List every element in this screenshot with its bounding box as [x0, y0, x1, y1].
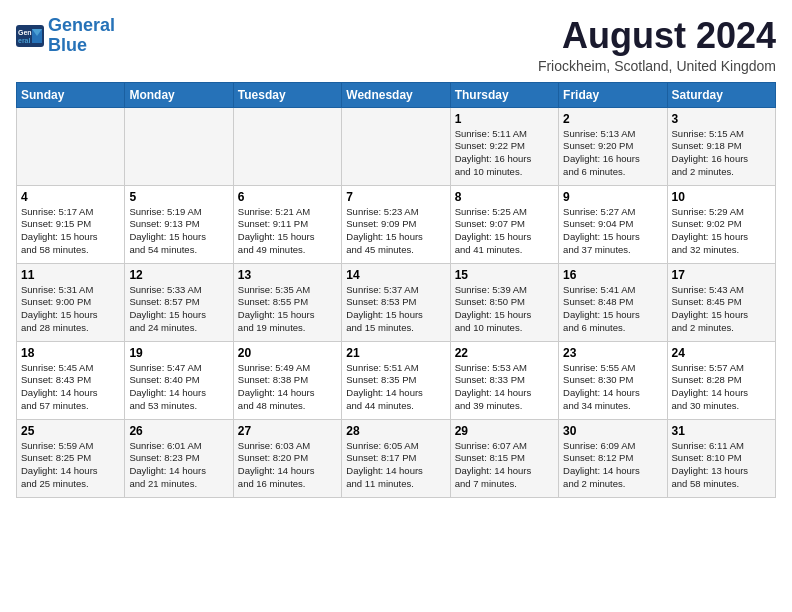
calendar-cell: 13Sunrise: 5:35 AM Sunset: 8:55 PM Dayli… [233, 263, 341, 341]
calendar-cell: 30Sunrise: 6:09 AM Sunset: 8:12 PM Dayli… [559, 419, 667, 497]
calendar-cell: 12Sunrise: 5:33 AM Sunset: 8:57 PM Dayli… [125, 263, 233, 341]
calendar-cell: 4Sunrise: 5:17 AM Sunset: 9:15 PM Daylig… [17, 185, 125, 263]
title-block: August 2024 Friockheim, Scotland, United… [538, 16, 776, 74]
day-number: 8 [455, 190, 554, 204]
calendar-week-2: 4Sunrise: 5:17 AM Sunset: 9:15 PM Daylig… [17, 185, 776, 263]
day-info: Sunrise: 5:49 AM Sunset: 8:38 PM Dayligh… [238, 362, 337, 413]
logo: Gen eral GeneralBlue [16, 16, 115, 56]
calendar-cell: 10Sunrise: 5:29 AM Sunset: 9:02 PM Dayli… [667, 185, 775, 263]
day-info: Sunrise: 6:07 AM Sunset: 8:15 PM Dayligh… [455, 440, 554, 491]
weekday-header-thursday: Thursday [450, 82, 558, 107]
calendar-cell: 24Sunrise: 5:57 AM Sunset: 8:28 PM Dayli… [667, 341, 775, 419]
calendar-cell: 15Sunrise: 5:39 AM Sunset: 8:50 PM Dayli… [450, 263, 558, 341]
day-info: Sunrise: 5:39 AM Sunset: 8:50 PM Dayligh… [455, 284, 554, 335]
calendar-cell: 23Sunrise: 5:55 AM Sunset: 8:30 PM Dayli… [559, 341, 667, 419]
day-number: 18 [21, 346, 120, 360]
day-number: 21 [346, 346, 445, 360]
calendar-cell: 22Sunrise: 5:53 AM Sunset: 8:33 PM Dayli… [450, 341, 558, 419]
day-number: 7 [346, 190, 445, 204]
calendar-cell [125, 107, 233, 185]
day-number: 4 [21, 190, 120, 204]
weekday-header-tuesday: Tuesday [233, 82, 341, 107]
calendar-cell: 26Sunrise: 6:01 AM Sunset: 8:23 PM Dayli… [125, 419, 233, 497]
calendar-cell [233, 107, 341, 185]
day-info: Sunrise: 6:11 AM Sunset: 8:10 PM Dayligh… [672, 440, 771, 491]
day-number: 31 [672, 424, 771, 438]
day-number: 1 [455, 112, 554, 126]
calendar-cell: 19Sunrise: 5:47 AM Sunset: 8:40 PM Dayli… [125, 341, 233, 419]
logo-icon: Gen eral [16, 25, 44, 47]
day-info: Sunrise: 5:51 AM Sunset: 8:35 PM Dayligh… [346, 362, 445, 413]
day-info: Sunrise: 5:21 AM Sunset: 9:11 PM Dayligh… [238, 206, 337, 257]
day-info: Sunrise: 5:13 AM Sunset: 9:20 PM Dayligh… [563, 128, 662, 179]
calendar-cell: 20Sunrise: 5:49 AM Sunset: 8:38 PM Dayli… [233, 341, 341, 419]
weekday-header-saturday: Saturday [667, 82, 775, 107]
day-info: Sunrise: 5:31 AM Sunset: 9:00 PM Dayligh… [21, 284, 120, 335]
calendar-cell: 21Sunrise: 5:51 AM Sunset: 8:35 PM Dayli… [342, 341, 450, 419]
day-info: Sunrise: 5:53 AM Sunset: 8:33 PM Dayligh… [455, 362, 554, 413]
day-info: Sunrise: 5:17 AM Sunset: 9:15 PM Dayligh… [21, 206, 120, 257]
calendar-cell: 11Sunrise: 5:31 AM Sunset: 9:00 PM Dayli… [17, 263, 125, 341]
calendar-cell: 8Sunrise: 5:25 AM Sunset: 9:07 PM Daylig… [450, 185, 558, 263]
calendar-cell: 3Sunrise: 5:15 AM Sunset: 9:18 PM Daylig… [667, 107, 775, 185]
day-info: Sunrise: 5:43 AM Sunset: 8:45 PM Dayligh… [672, 284, 771, 335]
calendar-week-4: 18Sunrise: 5:45 AM Sunset: 8:43 PM Dayli… [17, 341, 776, 419]
day-info: Sunrise: 5:11 AM Sunset: 9:22 PM Dayligh… [455, 128, 554, 179]
day-info: Sunrise: 5:29 AM Sunset: 9:02 PM Dayligh… [672, 206, 771, 257]
weekday-header-row: SundayMondayTuesdayWednesdayThursdayFrid… [17, 82, 776, 107]
day-number: 28 [346, 424, 445, 438]
calendar-cell [17, 107, 125, 185]
calendar-cell: 17Sunrise: 5:43 AM Sunset: 8:45 PM Dayli… [667, 263, 775, 341]
day-number: 23 [563, 346, 662, 360]
day-info: Sunrise: 5:41 AM Sunset: 8:48 PM Dayligh… [563, 284, 662, 335]
day-number: 3 [672, 112, 771, 126]
day-info: Sunrise: 6:05 AM Sunset: 8:17 PM Dayligh… [346, 440, 445, 491]
calendar-cell: 29Sunrise: 6:07 AM Sunset: 8:15 PM Dayli… [450, 419, 558, 497]
day-number: 17 [672, 268, 771, 282]
month-year-title: August 2024 [538, 16, 776, 56]
calendar-cell: 5Sunrise: 5:19 AM Sunset: 9:13 PM Daylig… [125, 185, 233, 263]
day-number: 5 [129, 190, 228, 204]
day-number: 24 [672, 346, 771, 360]
calendar-cell [342, 107, 450, 185]
day-number: 11 [21, 268, 120, 282]
weekday-header-monday: Monday [125, 82, 233, 107]
day-info: Sunrise: 5:23 AM Sunset: 9:09 PM Dayligh… [346, 206, 445, 257]
day-info: Sunrise: 6:01 AM Sunset: 8:23 PM Dayligh… [129, 440, 228, 491]
page-header: Gen eral GeneralBlue August 2024 Friockh… [16, 16, 776, 74]
calendar-cell: 2Sunrise: 5:13 AM Sunset: 9:20 PM Daylig… [559, 107, 667, 185]
day-number: 13 [238, 268, 337, 282]
svg-text:eral: eral [18, 37, 31, 44]
calendar-cell: 27Sunrise: 6:03 AM Sunset: 8:20 PM Dayli… [233, 419, 341, 497]
day-number: 30 [563, 424, 662, 438]
calendar-cell: 28Sunrise: 6:05 AM Sunset: 8:17 PM Dayli… [342, 419, 450, 497]
day-number: 6 [238, 190, 337, 204]
calendar-table: SundayMondayTuesdayWednesdayThursdayFrid… [16, 82, 776, 498]
day-info: Sunrise: 5:33 AM Sunset: 8:57 PM Dayligh… [129, 284, 228, 335]
day-number: 25 [21, 424, 120, 438]
day-number: 27 [238, 424, 337, 438]
day-info: Sunrise: 6:09 AM Sunset: 8:12 PM Dayligh… [563, 440, 662, 491]
calendar-cell: 6Sunrise: 5:21 AM Sunset: 9:11 PM Daylig… [233, 185, 341, 263]
day-number: 9 [563, 190, 662, 204]
day-info: Sunrise: 5:35 AM Sunset: 8:55 PM Dayligh… [238, 284, 337, 335]
calendar-cell: 25Sunrise: 5:59 AM Sunset: 8:25 PM Dayli… [17, 419, 125, 497]
day-number: 29 [455, 424, 554, 438]
weekday-header-sunday: Sunday [17, 82, 125, 107]
day-info: Sunrise: 5:57 AM Sunset: 8:28 PM Dayligh… [672, 362, 771, 413]
day-number: 19 [129, 346, 228, 360]
location-subtitle: Friockheim, Scotland, United Kingdom [538, 58, 776, 74]
day-number: 10 [672, 190, 771, 204]
day-info: Sunrise: 5:59 AM Sunset: 8:25 PM Dayligh… [21, 440, 120, 491]
day-number: 22 [455, 346, 554, 360]
day-number: 14 [346, 268, 445, 282]
logo-text: GeneralBlue [48, 16, 115, 56]
day-number: 15 [455, 268, 554, 282]
calendar-cell: 7Sunrise: 5:23 AM Sunset: 9:09 PM Daylig… [342, 185, 450, 263]
calendar-cell: 14Sunrise: 5:37 AM Sunset: 8:53 PM Dayli… [342, 263, 450, 341]
day-info: Sunrise: 5:37 AM Sunset: 8:53 PM Dayligh… [346, 284, 445, 335]
calendar-cell: 16Sunrise: 5:41 AM Sunset: 8:48 PM Dayli… [559, 263, 667, 341]
calendar-cell: 31Sunrise: 6:11 AM Sunset: 8:10 PM Dayli… [667, 419, 775, 497]
calendar-cell: 18Sunrise: 5:45 AM Sunset: 8:43 PM Dayli… [17, 341, 125, 419]
day-number: 12 [129, 268, 228, 282]
